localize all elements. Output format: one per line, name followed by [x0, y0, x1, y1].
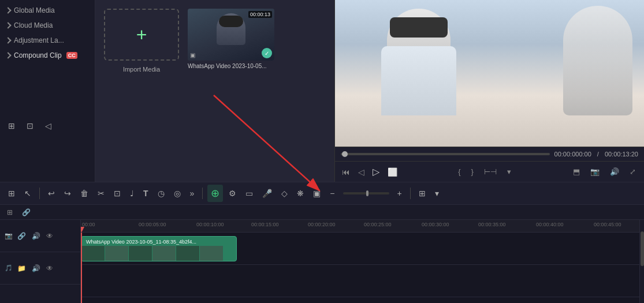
media-item-whatsapp[interactable]: 00:00:13 ▣ ✓ WhatsApp Video 2023-10-05..…	[188, 9, 274, 69]
ruler-mark-0: 00:00	[82, 222, 95, 227]
ruler-mark-30s: 00:00:30:00	[422, 222, 449, 227]
compound-clip-button[interactable]: ⊕	[207, 185, 223, 202]
undo-button[interactable]: ↩	[44, 186, 58, 200]
zoom-slider-track[interactable]	[343, 192, 389, 194]
add-track-button[interactable]: ⊞	[5, 207, 15, 218]
add-to-timeline-btn[interactable]: ⊞	[5, 119, 18, 133]
zoom-slider-thumb[interactable]	[366, 190, 368, 196]
timeline-scrollbar[interactable]	[639, 220, 644, 303]
media-thumbnail: 00:00:13 ▣ ✓	[188, 9, 274, 61]
progress-bar[interactable]	[341, 153, 550, 155]
main-toolbar: ⊞ ↖ ↩ ↪ 🗑 ✂ ⊡ ♩ T ◷ ◎ » ⊕ ⚙ ▭ 🎤 ◇ ❋ ▣ − …	[0, 182, 644, 205]
zoom-in-button[interactable]: +	[394, 186, 405, 200]
collapse-btn[interactable]: ◁	[42, 119, 55, 133]
total-time: 00:00:13:20	[605, 151, 638, 158]
import-media-area[interactable]: + Import Media	[104, 9, 179, 73]
frame-back-button[interactable]: ◁	[357, 166, 366, 178]
clip-frame	[129, 246, 152, 261]
audio-track-lane	[81, 265, 639, 297]
sidebar-item-adjustment[interactable]: Adjustment La...	[0, 33, 95, 48]
layout-button[interactable]: ⊞	[415, 186, 429, 200]
step-back-button[interactable]: ⏮	[341, 166, 351, 178]
link-button[interactable]: 🔗	[20, 207, 33, 218]
toolbar-divider-1	[39, 188, 40, 199]
import-media-button[interactable]: +	[104, 9, 179, 61]
sidebar-item-compound-clip[interactable]: Compound Clip CC	[0, 48, 95, 63]
sidebar-item-cloud-media[interactable]: Cloud Media	[0, 18, 95, 33]
sidebar-item-global-media[interactable]: Global Media	[0, 3, 95, 18]
ai-tools-button[interactable]: ❋	[293, 186, 307, 200]
audio-track-controls: 🎵 📁 🔊 👁	[0, 252, 80, 285]
ruler-mark-5s: 00:00:05:00	[139, 222, 166, 227]
timeline-ruler: 00:00 00:00:05:00 00:00:10:00 00:00:15:0…	[81, 220, 639, 233]
sidebar-item-label: Compound Clip	[14, 51, 62, 59]
sidebar-item-label: Cloud Media	[14, 21, 53, 29]
new-folder-btn[interactable]: ⊡	[23, 119, 37, 133]
track-link-btn[interactable]: 🔗	[16, 231, 27, 241]
trim-button[interactable]: ⊢⊣	[482, 166, 499, 177]
playhead[interactable]	[81, 233, 82, 303]
preview-video-area	[335, 0, 644, 147]
more-button[interactable]: »	[187, 186, 198, 200]
ruler-mark-25s: 00:00:25:00	[364, 222, 392, 227]
mark-in-button[interactable]: {	[456, 166, 463, 177]
zoom-out-button[interactable]: −	[326, 186, 338, 200]
voiceover-button[interactable]: 🎤	[259, 186, 276, 200]
playback-controls: ⏮ ◁ ▷ ⬜ { } ⊢⊣ ▾ ⬒ 📷 🔊 ⤢	[335, 161, 644, 182]
captions-button[interactable]: ▭	[242, 186, 256, 200]
video-clip-label: WhatsApp Video 2023-10-05_11-08:35_4b2f4…	[84, 238, 234, 246]
clip-frame	[105, 246, 128, 261]
cut-button[interactable]: ✂	[94, 186, 108, 200]
media-item-label: WhatsApp Video 2023-10-05...	[188, 63, 274, 69]
select-button[interactable]: ↖	[21, 186, 35, 200]
audio-folder-btn[interactable]: 📁	[16, 263, 27, 274]
more-options-button[interactable]: ▾	[431, 186, 442, 200]
mark-out-button[interactable]: }	[469, 166, 476, 177]
track-visibility-btn[interactable]: 👁	[45, 231, 54, 241]
scrollbar-thumb[interactable]	[641, 231, 644, 266]
ruler-mark-10s: 00:00:10:00	[196, 222, 224, 227]
video-clip[interactable]: WhatsApp Video 2023-10-05_11-08:35_4b2f4…	[81, 236, 237, 261]
compound-clip-badge: CC	[66, 52, 77, 59]
ruler-mark-20s: 00:00:20:00	[308, 222, 336, 227]
crop-button[interactable]: ⬜	[386, 166, 399, 178]
camera-icon: 📷	[5, 232, 13, 240]
current-time: 00:00:000:00	[554, 151, 591, 158]
add-to-timeline-icon-btn[interactable]: ▾	[505, 166, 513, 177]
preview-progress-area: 00:00:000:00 / 00:00:13:20	[335, 147, 644, 161]
sidebar-item-label: Adjustment La...	[14, 36, 64, 44]
redo-button[interactable]: ↪	[61, 186, 75, 200]
time-sep: /	[597, 151, 599, 158]
speed-button[interactable]: ◷	[154, 186, 168, 200]
clip-frame	[176, 246, 199, 261]
keyframe-button[interactable]: ◇	[278, 186, 291, 200]
chevron-right-icon	[5, 37, 11, 43]
track-lanes: WhatsApp Video 2023-10-05_11-08:35_4b2f4…	[81, 233, 639, 303]
fullscreen-btn[interactable]: ⤢	[627, 166, 638, 177]
video-track-lane: WhatsApp Video 2023-10-05_11-08:35_4b2f4…	[81, 233, 639, 265]
delete-button[interactable]: 🗑	[77, 186, 92, 200]
audio-visibility-btn[interactable]: 👁	[45, 263, 54, 274]
audio-mute-btn[interactable]: 🔊	[31, 263, 42, 274]
video-track-1-controls: 📷 🔗 🔊 👁	[0, 220, 80, 252]
chevron-right-icon	[5, 52, 11, 58]
ruler-mark-45s: 00:00:45:00	[594, 222, 621, 227]
plus-icon: +	[136, 25, 147, 44]
settings-button[interactable]: ⚙	[225, 186, 240, 200]
trim-button[interactable]: ⊡	[110, 186, 124, 200]
sidebar-item-label: Global Media	[14, 6, 55, 14]
screen-mirror-btn[interactable]: ⬒	[571, 166, 582, 177]
audio-adj-button[interactable]: ♩	[126, 186, 137, 200]
clip-frame	[152, 246, 176, 261]
track-audio-btn[interactable]: 🔊	[31, 231, 42, 241]
video-icon: ▣	[190, 52, 195, 58]
thumbnail-button[interactable]: ▣	[310, 186, 324, 200]
screenshot-btn[interactable]: 📷	[588, 166, 602, 177]
chevron-right-icon	[5, 7, 11, 13]
transform-button[interactable]: ◎	[170, 186, 184, 200]
volume-btn[interactable]: 🔊	[608, 166, 621, 177]
play-button[interactable]: ▷	[371, 165, 381, 178]
snap-button[interactable]: ⊞	[5, 186, 18, 200]
duration-badge: 00:00:13	[248, 11, 272, 18]
text-button[interactable]: T	[140, 186, 152, 200]
